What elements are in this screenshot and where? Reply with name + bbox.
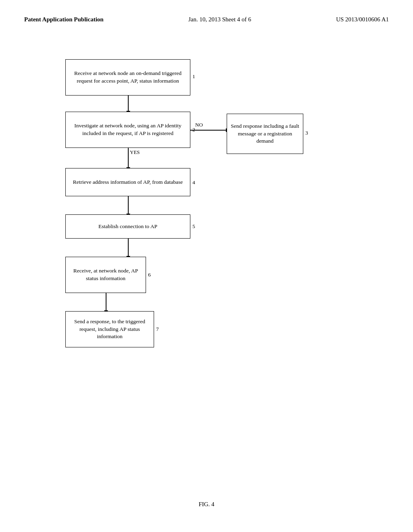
step5-num: 5 bbox=[192, 223, 195, 230]
step4-num: 4 bbox=[192, 179, 195, 186]
label-yes: YES bbox=[130, 149, 140, 156]
box-5: Establish connection to AP bbox=[65, 214, 190, 239]
arrow-5-6 bbox=[128, 239, 129, 257]
box-2: Investigate at network node, using an AP… bbox=[65, 112, 190, 148]
arrow-4-5 bbox=[128, 196, 129, 214]
arrow-6-7 bbox=[106, 293, 106, 311]
box1-text: Receive at network node an on-demand tri… bbox=[69, 70, 187, 85]
publication-label: Patent Application Publication bbox=[24, 16, 104, 23]
fig-caption: FIG. 4 bbox=[198, 501, 214, 508]
box4-text: Retrieve address information of AP, from… bbox=[73, 179, 183, 186]
box-6: Receive, at network node, AP status info… bbox=[65, 257, 146, 293]
label-no: NO bbox=[195, 122, 203, 128]
box-4: Retrieve address information of AP, from… bbox=[65, 168, 190, 196]
step3-num: 3 bbox=[305, 130, 308, 136]
date-sheet-label: Jan. 10, 2013 Sheet 4 of 6 bbox=[188, 16, 251, 23]
step7-num: 7 bbox=[156, 326, 159, 332]
page: Patent Application Publication Jan. 10, … bbox=[0, 0, 413, 532]
box2-text: Investigate at network node, using an AP… bbox=[69, 122, 187, 137]
header-center: Jan. 10, 2013 Sheet 4 of 6 bbox=[188, 16, 251, 23]
step6-num: 6 bbox=[148, 272, 151, 278]
arrow-no bbox=[190, 130, 227, 131]
arrow-1-2 bbox=[128, 96, 129, 112]
header-right: US 2013/0010606 A1 bbox=[336, 16, 389, 23]
box-3: Send response including a fault message … bbox=[227, 114, 303, 154]
box-1: Receive at network node an on-demand tri… bbox=[65, 59, 190, 96]
arrow-2-4 bbox=[128, 148, 129, 168]
header-left: Patent Application Publication bbox=[24, 16, 104, 23]
box3-text: Send response including a fault message … bbox=[230, 123, 300, 145]
box7-text: Send a response, to the triggered reques… bbox=[69, 318, 150, 341]
box6-text: Receive, at network node, AP status info… bbox=[69, 267, 142, 283]
flowchart: Receive at network node an on-demand tri… bbox=[41, 47, 372, 410]
box-7: Send a response, to the triggered reques… bbox=[65, 311, 154, 347]
header: Patent Application Publication Jan. 10, … bbox=[24, 16, 389, 23]
step1-num: 1 bbox=[192, 73, 195, 80]
caption-text: FIG. 4 bbox=[198, 501, 214, 507]
box5-text: Establish connection to AP bbox=[98, 223, 157, 231]
patent-number-label: US 2013/0010606 A1 bbox=[336, 16, 389, 23]
